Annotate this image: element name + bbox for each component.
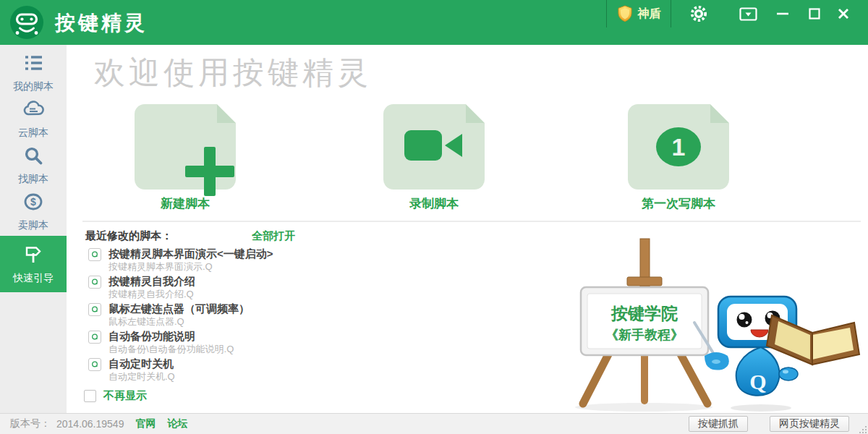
script-filename: 按键精灵脚本界面演示.Q <box>109 260 213 273</box>
script-q-icon <box>88 358 101 371</box>
script-title: 自动定时关机 <box>109 357 174 371</box>
script-q-icon <box>88 276 101 289</box>
script-q-icon <box>88 331 101 344</box>
shield-account-badge[interactable]: 神盾 <box>606 0 671 27</box>
script-title: 按键精灵自我介绍 <box>109 275 195 289</box>
shield-icon <box>617 5 633 22</box>
app-window: 按键精灵 神盾 <box>0 0 868 434</box>
signpost-icon <box>22 244 44 268</box>
list-icon <box>22 52 44 77</box>
sidebar-item-label: 找脚本 <box>18 173 48 186</box>
cloud-icon <box>22 98 45 123</box>
script-filename: 按键精灵自我介绍.Q <box>109 288 194 301</box>
sidebar-item-cloud-scripts[interactable]: 云脚本 <box>0 95 67 142</box>
open-all-link[interactable]: 全部打开 <box>252 229 295 243</box>
record-script-label[interactable]: 录制脚本 <box>383 195 485 212</box>
dont-show-row: 不再显示 <box>84 389 147 403</box>
dont-show-label[interactable]: 不再显示 <box>103 389 147 403</box>
section-divider <box>82 221 861 222</box>
main-content: 欢迎使用按键精灵 1 新建脚本 录制脚本 第一次写脚本 最近修改的脚本： 全部打… <box>67 45 868 414</box>
sidebar-item-find-scripts[interactable]: 找脚本 <box>0 142 67 188</box>
first-script-card[interactable]: 1 <box>628 104 729 190</box>
maximize-icon <box>809 8 820 20</box>
search-icon <box>22 145 44 169</box>
sidebar-item-label: 快速引导 <box>13 272 54 285</box>
script-filename: 自动定时关机.Q <box>109 370 175 383</box>
status-bar: 版本号： 2014.06.19549 官网 论坛 按键抓抓 网页按键精灵 <box>0 413 868 434</box>
gear-icon <box>690 5 707 22</box>
forum-link[interactable]: 论坛 <box>167 417 187 430</box>
recent-script-row[interactable]: 自动定时关机 自动定时关机.Q <box>88 357 493 385</box>
new-script-card[interactable] <box>135 104 236 190</box>
title-bar: 按键精灵 神盾 <box>0 0 868 45</box>
version-value: 2014.06.19549 <box>56 418 124 430</box>
sidebar-item-sell-scripts[interactable]: $ 卖脚本 <box>0 188 67 234</box>
maximize-button[interactable] <box>801 3 827 25</box>
sidebar: 我的脚本 云脚本 找脚本 <box>0 45 67 414</box>
first-script-label[interactable]: 第一次写脚本 <box>628 195 729 212</box>
shield-label: 神盾 <box>638 7 661 22</box>
sidebar-item-quick-guide[interactable]: 快速引导 <box>0 236 67 292</box>
key-grabber-button[interactable]: 按键抓抓 <box>689 416 748 432</box>
easel-line1: 按键学院 <box>610 304 678 323</box>
recent-script-row[interactable]: 自动备份功能说明 自动备份\自动备份功能说明.Q <box>88 330 493 357</box>
sidebar-item-my-scripts[interactable]: 我的脚本 <box>0 49 67 95</box>
easel-line2: 《新手教程》 <box>605 328 684 342</box>
record-script-card[interactable] <box>383 104 485 190</box>
window-caret-icon <box>739 7 757 21</box>
app-title: 按键精灵 <box>55 9 148 37</box>
script-filename: 鼠标左键连点器.Q <box>109 315 184 328</box>
dont-show-checkbox[interactable] <box>84 390 96 402</box>
sidebar-item-label: 我的脚本 <box>13 80 54 93</box>
app-logo-robot-icon <box>9 5 44 40</box>
web-key-wizard-button[interactable]: 网页按键精灵 <box>770 416 849 432</box>
sidebar-item-label: 卖脚本 <box>18 219 48 232</box>
close-icon <box>838 8 849 20</box>
minimize-to-tray-button[interactable] <box>735 3 761 25</box>
recent-script-row[interactable]: 按键精灵自我介绍 按键精灵自我介绍.Q <box>88 275 493 302</box>
minimize-icon <box>776 12 789 16</box>
script-title: 鼠标左键连点器（可调频率） <box>109 302 250 316</box>
dollar-icon: $ <box>22 191 44 216</box>
welcome-title: 欢迎使用按键精灵 <box>94 52 372 94</box>
svg-text:$: $ <box>30 196 36 208</box>
script-title: 自动备份功能说明 <box>109 330 195 344</box>
tutorial-mascot-illustration[interactable]: 按键学院 《新手教程》 Q <box>571 231 868 412</box>
resize-grip[interactable] <box>862 429 864 430</box>
version-label: 版本号： <box>10 417 51 430</box>
recent-script-row[interactable]: 鼠标左键连点器（可调频率） 鼠标左键连点器.Q <box>88 302 493 330</box>
new-script-label[interactable]: 新建脚本 <box>135 195 236 212</box>
recent-script-row[interactable]: 按键精灵脚本界面演示<一键启动> 按键精灵脚本界面演示.Q <box>88 247 493 275</box>
official-site-link[interactable]: 官网 <box>135 417 156 430</box>
number-one-icon: 1 <box>656 127 701 166</box>
recent-scripts-header: 最近修改的脚本： <box>85 229 172 243</box>
script-q-icon <box>88 248 101 261</box>
script-q-icon <box>88 303 101 316</box>
mascot-q-letter: Q <box>749 370 766 393</box>
camera-icon <box>403 124 465 169</box>
close-button[interactable] <box>830 3 856 25</box>
sidebar-item-label: 云脚本 <box>18 127 48 140</box>
script-title: 按键精灵脚本界面演示<一键启动> <box>109 247 273 261</box>
script-filename: 自动备份\自动备份功能说明.Q <box>109 343 234 356</box>
minimize-button[interactable] <box>770 3 796 25</box>
settings-button[interactable] <box>686 3 712 25</box>
